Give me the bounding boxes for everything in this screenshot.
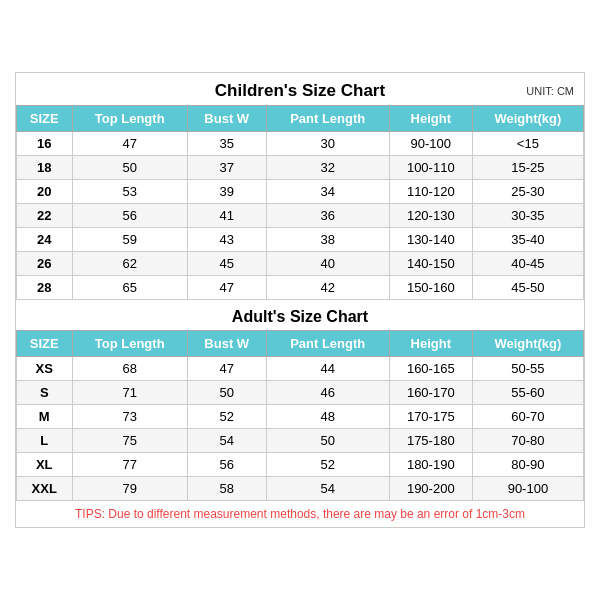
unit-label: UNIT: CM <box>526 85 574 97</box>
table-row: XL775652180-19080-90 <box>17 453 584 477</box>
children-col-size: SIZE <box>17 106 73 132</box>
table-cell: 45 <box>187 252 266 276</box>
table-row: XXL795854190-20090-100 <box>17 477 584 501</box>
table-cell: 71 <box>72 381 187 405</box>
table-cell: 45-50 <box>472 276 583 300</box>
table-cell: 55-60 <box>472 381 583 405</box>
table-cell: 60-70 <box>472 405 583 429</box>
table-cell: <15 <box>472 132 583 156</box>
table-row: 22564136120-13030-35 <box>17 204 584 228</box>
table-cell: L <box>17 429 73 453</box>
table-row: M735248170-17560-70 <box>17 405 584 429</box>
table-cell: 47 <box>187 276 266 300</box>
table-cell: 110-120 <box>389 180 472 204</box>
children-table: SIZE Top Length Bust W Pant Length Heigh… <box>16 105 584 300</box>
adult-table-body: XS684744160-16550-55S715046160-17055-60M… <box>17 357 584 501</box>
tips-text: TIPS: Due to different measurement metho… <box>75 507 525 521</box>
table-cell: 38 <box>266 228 389 252</box>
table-row: 1647353090-100<15 <box>17 132 584 156</box>
table-cell: 40 <box>266 252 389 276</box>
table-cell: 36 <box>266 204 389 228</box>
children-header-row: SIZE Top Length Bust W Pant Length Heigh… <box>17 106 584 132</box>
children-table-body: 1647353090-100<1518503732100-11015-25205… <box>17 132 584 300</box>
table-cell: 180-190 <box>389 453 472 477</box>
table-cell: 50 <box>187 381 266 405</box>
table-cell: 140-150 <box>389 252 472 276</box>
table-row: S715046160-17055-60 <box>17 381 584 405</box>
children-chart-title: Children's Size Chart <box>215 81 385 101</box>
table-cell: 52 <box>266 453 389 477</box>
table-cell: 24 <box>17 228 73 252</box>
table-row: XS684744160-16550-55 <box>17 357 584 381</box>
table-cell: 48 <box>266 405 389 429</box>
table-cell: 41 <box>187 204 266 228</box>
children-col-weight: Weight(kg) <box>472 106 583 132</box>
table-cell: S <box>17 381 73 405</box>
table-cell: 79 <box>72 477 187 501</box>
adult-chart-title: Adult's Size Chart <box>232 308 368 326</box>
table-cell: 56 <box>72 204 187 228</box>
table-cell: 130-140 <box>389 228 472 252</box>
table-cell: 70-80 <box>472 429 583 453</box>
adult-col-pantlength: Pant Length <box>266 331 389 357</box>
table-cell: 50 <box>72 156 187 180</box>
table-cell: 35 <box>187 132 266 156</box>
table-cell: 59 <box>72 228 187 252</box>
table-cell: 16 <box>17 132 73 156</box>
table-cell: 170-175 <box>389 405 472 429</box>
table-cell: M <box>17 405 73 429</box>
children-title-row: Children's Size Chart UNIT: CM <box>16 73 584 105</box>
table-cell: 47 <box>72 132 187 156</box>
table-cell: 56 <box>187 453 266 477</box>
table-row: 18503732100-11015-25 <box>17 156 584 180</box>
adult-col-bustw: Bust W <box>187 331 266 357</box>
table-cell: 50-55 <box>472 357 583 381</box>
table-cell: 37 <box>187 156 266 180</box>
table-cell: 58 <box>187 477 266 501</box>
table-cell: 120-130 <box>389 204 472 228</box>
table-cell: 44 <box>266 357 389 381</box>
table-cell: 26 <box>17 252 73 276</box>
table-cell: 175-180 <box>389 429 472 453</box>
table-row: 26624540140-15040-45 <box>17 252 584 276</box>
table-cell: 35-40 <box>472 228 583 252</box>
size-chart-container: Children's Size Chart UNIT: CM SIZE Top … <box>15 72 585 528</box>
adult-table: SIZE Top Length Bust W Pant Length Heigh… <box>16 330 584 501</box>
adult-title-row: Adult's Size Chart <box>16 300 584 330</box>
table-cell: 52 <box>187 405 266 429</box>
adult-col-toplength: Top Length <box>72 331 187 357</box>
table-cell: 90-100 <box>472 477 583 501</box>
table-cell: 30-35 <box>472 204 583 228</box>
table-row: L755450175-18070-80 <box>17 429 584 453</box>
table-cell: 43 <box>187 228 266 252</box>
table-cell: 68 <box>72 357 187 381</box>
table-cell: 62 <box>72 252 187 276</box>
table-cell: 53 <box>72 180 187 204</box>
table-cell: 32 <box>266 156 389 180</box>
adult-col-weight: Weight(kg) <box>472 331 583 357</box>
table-cell: 15-25 <box>472 156 583 180</box>
table-cell: 25-30 <box>472 180 583 204</box>
table-cell: 90-100 <box>389 132 472 156</box>
children-col-bustw: Bust W <box>187 106 266 132</box>
table-cell: 18 <box>17 156 73 180</box>
children-col-toplength: Top Length <box>72 106 187 132</box>
table-cell: 100-110 <box>389 156 472 180</box>
table-cell: 54 <box>266 477 389 501</box>
table-cell: 47 <box>187 357 266 381</box>
table-row: 28654742150-16045-50 <box>17 276 584 300</box>
table-cell: 28 <box>17 276 73 300</box>
table-cell: 42 <box>266 276 389 300</box>
table-cell: 160-170 <box>389 381 472 405</box>
children-col-height: Height <box>389 106 472 132</box>
table-cell: 160-165 <box>389 357 472 381</box>
children-col-pantlength: Pant Length <box>266 106 389 132</box>
adult-header-row: SIZE Top Length Bust W Pant Length Heigh… <box>17 331 584 357</box>
table-cell: 20 <box>17 180 73 204</box>
table-cell: 77 <box>72 453 187 477</box>
table-cell: 73 <box>72 405 187 429</box>
table-cell: 30 <box>266 132 389 156</box>
table-cell: 22 <box>17 204 73 228</box>
tips-row: TIPS: Due to different measurement metho… <box>16 501 584 527</box>
table-row: 20533934110-12025-30 <box>17 180 584 204</box>
